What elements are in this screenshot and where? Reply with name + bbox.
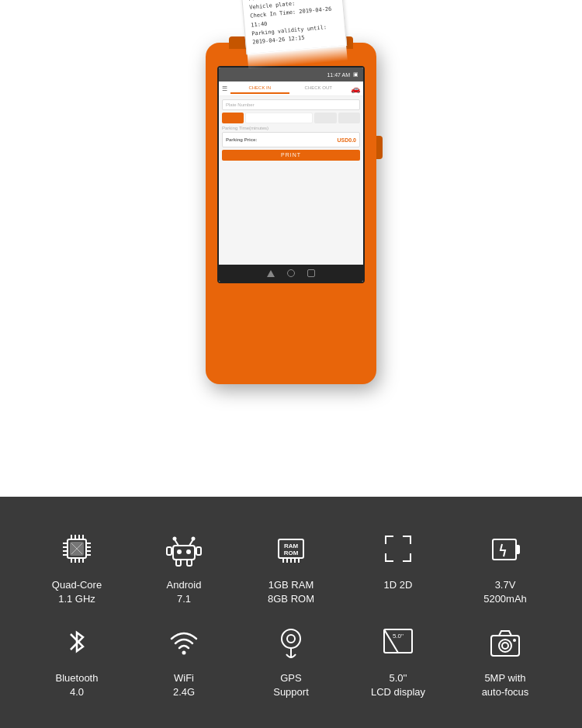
device-body: 11:47 AM ▣ ☰ CHECK IN CHECK OUT 🚗 Plate …: [206, 43, 376, 384]
nav-recent-btn[interactable]: [307, 269, 315, 277]
screen-price: Parking Price: USD0.0: [222, 132, 360, 147]
spec-barcode: 1D 2D: [345, 525, 452, 606]
svg-text:ROM: ROM: [284, 549, 299, 556]
screen-parking-time: Parking Time(minutes): [222, 126, 360, 130]
screen-print-button[interactable]: PRINT: [222, 150, 360, 161]
svg-point-49: [499, 640, 511, 652]
svg-rect-30: [196, 547, 201, 555]
spec-lcd: 5.0'' 5.0''LCD display: [345, 619, 452, 699]
gps-icon: [268, 619, 314, 665]
svg-point-26: [192, 537, 195, 539]
screen-plate-input[interactable]: Plate Number: [222, 99, 360, 110]
spec-wifi-label: WiFi2.4G: [173, 671, 195, 699]
svg-rect-27: [176, 560, 181, 566]
wifi-icon: [161, 619, 207, 665]
spec-quad-core-label: Quad-Core1.1 GHz: [52, 578, 102, 606]
spec-gps: GPSSupport: [237, 619, 345, 699]
screen-tab-checkout[interactable]: CHECK OUT: [289, 83, 348, 94]
svg-point-25: [174, 537, 176, 539]
spec-battery: 3.7V5200mAh: [452, 525, 559, 606]
spec-lcd-label: 5.0''LCD display: [371, 671, 425, 699]
spec-quad-core: Quad-Core1.1 GHz: [23, 525, 130, 606]
svg-rect-48: [491, 636, 519, 656]
nav-home-btn[interactable]: [287, 269, 295, 277]
svg-rect-40: [516, 546, 519, 553]
screen-tab-checkin[interactable]: CHECK IN: [230, 83, 289, 94]
svg-text:5.0'': 5.0'': [393, 633, 404, 640]
side-button[interactable]: [376, 136, 383, 159]
spec-barcode-label: 1D 2D: [384, 578, 413, 592]
receipt: 2019-04-26 11:40 No. 020 Price for parki…: [235, 0, 347, 54]
svg-point-51: [513, 639, 516, 642]
spec-gps-label: GPSSupport: [273, 671, 309, 699]
chip-icon: [54, 525, 100, 572]
device-wrapper: 2019-04-26 11:40 No. 020 Price for parki…: [167, 43, 415, 477]
device-screen: 11:47 AM ▣ ☰ CHECK IN CHECK OUT 🚗 Plate …: [217, 66, 365, 283]
spec-battery-label: 3.7V5200mAh: [483, 578, 527, 606]
svg-point-43: [287, 635, 295, 643]
spec-camera: 5MP withauto-focus: [452, 619, 559, 699]
spec-ram-rom-label: 1GB RAM8GB ROM: [268, 578, 314, 606]
svg-rect-28: [187, 560, 192, 566]
spec-wifi: WiFi2.4G: [130, 619, 237, 699]
barcode-icon: [375, 525, 421, 572]
svg-rect-20: [173, 546, 195, 560]
spec-camera-label: 5MP withauto-focus: [482, 671, 529, 699]
svg-text:RAM: RAM: [284, 543, 299, 549]
svg-point-50: [502, 643, 508, 649]
android-icon: [161, 525, 207, 572]
svg-point-42: [282, 629, 300, 648]
spec-android: Android7.1: [130, 525, 237, 606]
spec-bluetooth: Bluetooth4.0: [23, 619, 130, 699]
screen-color-row: [222, 113, 360, 123]
spec-bluetooth-label: Bluetooth4.0: [56, 671, 99, 699]
screen-nav: [219, 265, 363, 282]
battery-icon: [482, 525, 528, 572]
ram-icon: RAM ROM: [268, 525, 314, 572]
product-section: 2019-04-26 11:40 No. 020 Price for parki…: [0, 0, 582, 497]
camera-icon: [482, 619, 528, 665]
svg-point-21: [178, 550, 181, 553]
spec-ram-rom: RAM ROM 1GB RAM8GB ROM: [237, 525, 345, 606]
lcd-icon: 5.0'': [375, 619, 421, 665]
receipt-details: Price for parking: Vehicle plate: Check …: [248, 0, 339, 47]
specs-section: Quad-Core1.1 GHz: [0, 497, 582, 728]
svg-rect-29: [167, 547, 171, 555]
nav-back-btn[interactable]: [267, 270, 275, 277]
screen-header: 11:47 AM ▣: [219, 68, 363, 81]
bluetooth-icon: [54, 619, 100, 665]
screen-content: Plate Number Parking Time(minutes) Parki…: [219, 96, 363, 283]
svg-point-41: [182, 651, 186, 655]
specs-grid: Quad-Core1.1 GHz: [23, 525, 559, 700]
svg-point-22: [187, 550, 190, 553]
spec-android-label: Android7.1: [167, 578, 202, 606]
